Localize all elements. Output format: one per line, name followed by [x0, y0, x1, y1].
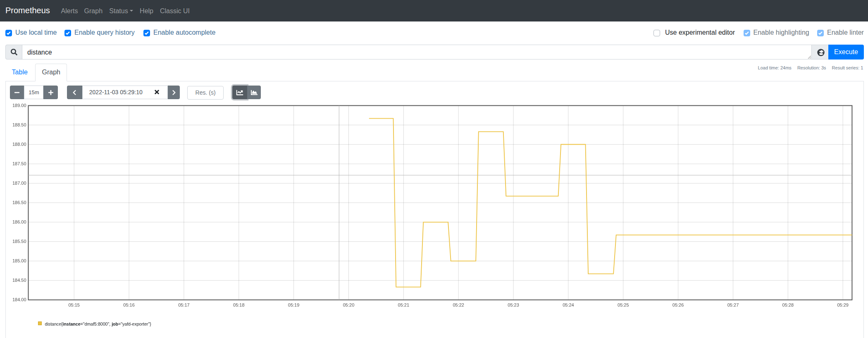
svg-text:185.50: 185.50 [12, 239, 26, 244]
svg-text:05:18: 05:18 [233, 302, 245, 307]
svg-text:188.00: 188.00 [12, 142, 26, 147]
svg-text:05:25: 05:25 [618, 302, 629, 307]
svg-text:05:20: 05:20 [343, 302, 355, 307]
svg-text:186.00: 186.00 [12, 219, 26, 224]
svg-text:186.50: 186.50 [12, 200, 26, 205]
svg-text:184.00: 184.00 [12, 297, 26, 302]
svg-text:05:19: 05:19 [288, 302, 300, 307]
svg-text:05:17: 05:17 [178, 302, 190, 307]
svg-text:05:23: 05:23 [508, 302, 519, 307]
svg-text:188.50: 188.50 [12, 122, 26, 127]
svg-text:05:27: 05:27 [727, 302, 739, 307]
svg-text:05:15: 05:15 [68, 302, 80, 307]
svg-text:185.00: 185.00 [12, 258, 26, 263]
svg-text:05:26: 05:26 [672, 302, 684, 307]
svg-text:05:21: 05:21 [398, 302, 410, 307]
svg-text:05:22: 05:22 [453, 302, 464, 307]
svg-text:05:29: 05:29 [837, 302, 849, 307]
svg-text:05:16: 05:16 [123, 302, 135, 307]
svg-text:05:24: 05:24 [563, 302, 574, 307]
svg-text:187.50: 187.50 [12, 161, 26, 166]
svg-text:184.50: 184.50 [12, 278, 26, 283]
svg-text:05:28: 05:28 [782, 302, 794, 307]
svg-text:187.00: 187.00 [12, 181, 26, 186]
svg-text:189.00: 189.00 [12, 103, 26, 108]
